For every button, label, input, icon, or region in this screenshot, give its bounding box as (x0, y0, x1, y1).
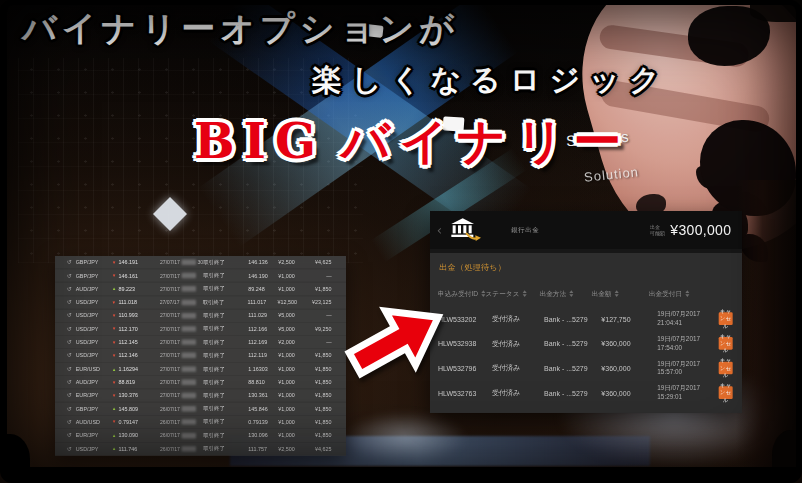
redacted-time (182, 446, 196, 451)
trade-date: 26/07/17 (160, 419, 180, 425)
repeat-trade-icon: ↺ (67, 432, 72, 438)
trade-date: 27/07/17 (160, 339, 180, 345)
currency-pair: USD/JPY (76, 353, 99, 359)
request-status: 受付済み (492, 388, 544, 397)
currency-pair: EUR/JPY (76, 432, 99, 438)
promo-title-latin: BIG (194, 113, 325, 169)
chevron-left-icon[interactable]: ‹ (437, 222, 442, 238)
background-white-diamond (153, 197, 187, 231)
trade-amount: ¥1,000 (278, 366, 313, 372)
cancel-button[interactable]: キャンセル (719, 337, 733, 350)
column-header[interactable]: 出金額 (591, 289, 648, 298)
direction-arrow-icon: ▲ (112, 367, 116, 371)
repeat-trade-icon: ↺ (67, 326, 72, 332)
trade-payout: ¥1,850 (313, 353, 340, 359)
close-rate: 89.248 (248, 286, 278, 292)
request-status: 受付済み (492, 314, 544, 323)
trade-status: 取引終了 (203, 258, 248, 266)
repeat-trade-icon: ↺ (67, 392, 72, 398)
pointer-arrow (344, 296, 450, 384)
entry-rate: 112.170 (119, 326, 138, 332)
cancel-button[interactable]: キャンセル (719, 312, 733, 325)
direction-arrow-icon: ▼ (112, 314, 116, 318)
redacted-time (182, 313, 196, 318)
bank-transfer-label: 銀行出金 (511, 226, 539, 235)
withdrawal-row: HLW533202 受付済み Bank - ...5279 ¥127,750 1… (438, 306, 735, 331)
direction-arrow-icon: ▲ (112, 433, 116, 437)
currency-pair: GBP/JPY (76, 406, 99, 412)
direction-arrow-icon: ▼ (112, 327, 116, 331)
withdrawal-method: Bank - ...5279 (544, 389, 601, 397)
entry-rate: 112.145 (119, 339, 138, 345)
sort-icon[interactable] (686, 290, 690, 297)
trade-history-row: ↺ USD/JPY ▼ 112.145 27/07/17 取引終了 112.16… (55, 336, 346, 349)
redacted-time (182, 286, 196, 291)
currency-pair: AUD/JPY (76, 286, 99, 292)
trade-date: 26/07/17 (160, 446, 180, 452)
withdrawal-amount: ¥360,000 (601, 389, 657, 397)
trade-amount: ¥1,000 (278, 406, 313, 412)
background-dark-edge (736, 180, 802, 470)
currency-pair: GBP/JPY (76, 259, 99, 265)
withdrawal-row: HLW532763 受付済み Bank - ...5279 ¥360,000 1… (438, 380, 735, 405)
cancel-button[interactable]: キャンセル (719, 386, 733, 399)
direction-arrow-icon: ▼ (112, 260, 116, 264)
trade-payout: — (313, 273, 340, 279)
close-rate: 111.017 (248, 299, 278, 305)
trade-status: 取引終了 (203, 352, 248, 360)
redacted-time (181, 300, 195, 305)
request-datetime: 19日/07月2017 15:57:00 (657, 360, 718, 376)
column-header[interactable]: 出金受付日 (649, 289, 705, 298)
column-header[interactable]: 出金方法 (539, 289, 591, 298)
trade-date: 27/07/17 (160, 286, 180, 292)
redacted-time (182, 419, 196, 424)
repeat-trade-icon: ↺ (67, 379, 72, 385)
sort-icon[interactable] (569, 290, 573, 297)
trade-history-panel: ↺ GBP/JPY ▼ 146.191 27/07/17 30 取引終了 146… (55, 256, 346, 456)
trade-payout: ¥1,850 (313, 419, 340, 425)
trade-payout: ¥1,850 (313, 366, 340, 372)
entry-rate: 145.809 (119, 406, 139, 412)
direction-arrow-icon: ▼ (112, 393, 116, 397)
trade-amount: ¥1,000 (278, 432, 313, 438)
trade-date: 27/07/17 (160, 392, 180, 398)
trade-payout: ¥1,850 (313, 379, 340, 385)
ink-splatter (700, 120, 796, 216)
repeat-trade-icon: ↺ (67, 286, 72, 292)
withdrawal-body: 出金（処理待ち） 申込み受付ID ステータス (430, 253, 742, 413)
cancel-button[interactable]: キャンセル (719, 362, 733, 375)
close-rate: 146.136 (248, 259, 278, 265)
trade-date: 26/07/17 (160, 406, 180, 412)
close-rate: 112.119 (248, 353, 278, 359)
close-rate: 88.810 (248, 379, 278, 385)
trade-status: 取引終了 (203, 432, 248, 440)
frame-corner (2, 434, 30, 470)
trade-amount: ¥1,000 (278, 286, 313, 292)
redacted-time (182, 326, 196, 331)
sort-icon[interactable] (615, 290, 619, 297)
entry-rate: 110.993 (119, 313, 138, 319)
entry-rate: 111.018 (118, 299, 137, 305)
sort-icon[interactable] (523, 290, 527, 297)
request-datetime: 19日/07月2017 21:04:41 (657, 310, 718, 326)
currency-pair: USD/JPY (76, 446, 99, 452)
trade-payout: ¥1,850 (313, 392, 340, 398)
repeat-trade-icon: ↺ (67, 259, 72, 265)
request-datetime: 19日/07月2017 17:54:00 (657, 335, 718, 351)
trade-payout: ¥1,850 (313, 406, 340, 412)
withdrawal-method: Bank - ...5279 (544, 364, 601, 372)
trade-history-row: ↺ USD/JPY ▲ 111.746 26/07/17 取引終了 111.75… (55, 442, 346, 455)
trade-history-row: ↺ USD/JPY ▼ 110.993 27/07/17 取引終了 111.02… (55, 309, 346, 322)
trade-payout: ¥4,625 (313, 446, 340, 452)
close-rate: 111.029 (248, 313, 278, 319)
withdrawal-panel: ‹ 銀行出金 出金 (430, 211, 742, 413)
trade-payout: ¥9,250 (313, 326, 340, 332)
close-rate: 145.846 (248, 406, 278, 412)
currency-pair: USD/JPY (76, 326, 99, 332)
column-header[interactable]: ステータス (485, 289, 539, 298)
trade-status: 取引終了 (203, 365, 248, 373)
promo-title-line2: 楽しくなるロジック (312, 60, 669, 101)
pending-withdrawals-title: 出金（処理待ち） (439, 262, 735, 273)
currency-pair: EUR/JPY (76, 392, 99, 398)
redacted-time (182, 260, 196, 265)
